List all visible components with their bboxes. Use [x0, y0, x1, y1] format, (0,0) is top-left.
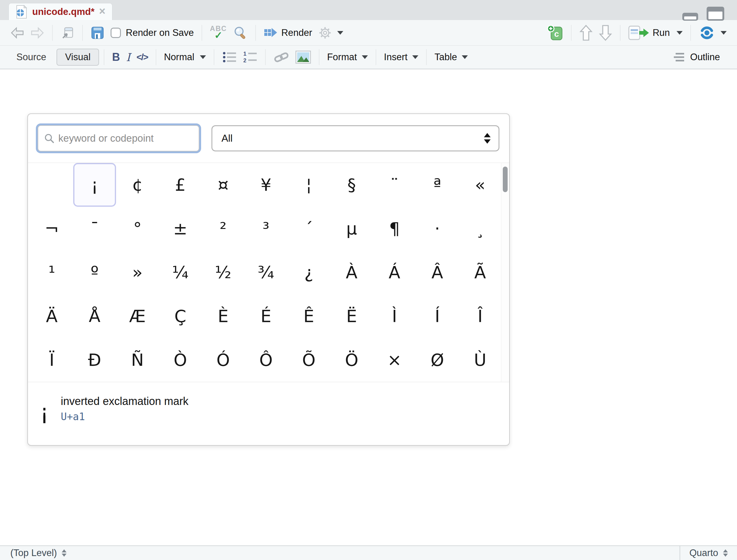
- insert-menu[interactable]: Insert: [381, 47, 422, 67]
- char-cell[interactable]: »: [116, 251, 159, 294]
- char-cell[interactable]: Ë: [330, 294, 373, 338]
- char-cell[interactable]: ½: [202, 251, 245, 294]
- char-cell[interactable]: ¨: [373, 163, 416, 207]
- link-button[interactable]: [270, 47, 292, 67]
- grid-scrollbar[interactable]: [501, 163, 509, 382]
- char-cell[interactable]: º: [73, 251, 116, 294]
- char-cell[interactable]: É: [245, 294, 288, 338]
- char-cell[interactable]: Á: [373, 251, 416, 294]
- symbol-category-select[interactable]: All: [212, 125, 499, 151]
- paragraph-style-label: Normal: [164, 52, 195, 63]
- open-new-window-button[interactable]: [57, 23, 78, 43]
- insert-symbol-dialog: All ¡¢£¤¥¦§¨ª«¬¯°±²³´µ¶·¸¹º»¼½¾¿ÀÁÂÃÄÅÆÇ…: [27, 113, 510, 446]
- char-cell[interactable]: ¸: [459, 207, 501, 251]
- source-mode-button[interactable]: Source: [10, 49, 52, 65]
- char-cell[interactable]: ±: [159, 207, 202, 251]
- symbol-preview: ¡ inverted exclamation mark U+a1: [28, 382, 509, 425]
- char-cell[interactable]: ¢: [116, 163, 159, 207]
- source-document-button[interactable]: [696, 23, 730, 43]
- char-cell[interactable]: ²: [202, 207, 245, 251]
- bold-icon: B: [112, 51, 120, 64]
- scrollbar-thumb[interactable]: [503, 167, 508, 192]
- char-cell[interactable]: ¼: [159, 251, 202, 294]
- chevron-down-icon: [412, 55, 418, 59]
- char-cell[interactable]: Ï: [30, 338, 73, 382]
- char-cell[interactable]: ¹: [30, 251, 73, 294]
- char-cell[interactable]: ¯: [73, 207, 116, 251]
- char-cell[interactable]: Å: [73, 294, 116, 338]
- render-on-save-checkbox[interactable]: [111, 28, 121, 38]
- char-cell[interactable]: Ð: [73, 338, 116, 382]
- insert-chunk-button[interactable]: c: [544, 23, 566, 43]
- minimize-icon[interactable]: [682, 13, 698, 21]
- render-options-button[interactable]: [315, 23, 346, 43]
- char-cell[interactable]: È: [202, 294, 245, 338]
- char-cell[interactable]: ¿: [288, 251, 330, 294]
- outline-toggle[interactable]: Outline: [670, 47, 723, 67]
- next-chunk-button[interactable]: [596, 23, 615, 43]
- bullet-list-button[interactable]: [219, 47, 240, 67]
- char-cell[interactable]: ´: [288, 207, 330, 251]
- run-button[interactable]: Run: [625, 23, 686, 43]
- document-format-selector[interactable]: Quarto: [680, 546, 737, 560]
- maximize-icon[interactable]: [707, 7, 724, 21]
- char-cell[interactable]: ¦: [288, 163, 330, 207]
- char-cell[interactable]: Ä: [30, 294, 73, 338]
- find-replace-button[interactable]: [230, 23, 251, 43]
- char-cell[interactable]: Ì: [373, 294, 416, 338]
- numbered-list-button[interactable]: 1 2: [240, 47, 260, 67]
- render-button[interactable]: Render: [261, 23, 315, 43]
- char-cell[interactable]: Í: [416, 294, 459, 338]
- char-cell[interactable]: §: [330, 163, 373, 207]
- char-cell[interactable]: °: [116, 207, 159, 251]
- char-cell[interactable]: µ: [330, 207, 373, 251]
- italic-button[interactable]: I: [123, 47, 133, 67]
- char-cell[interactable]: ª: [416, 163, 459, 207]
- popup-window-icon: [60, 26, 74, 40]
- char-cell[interactable]: ¡: [73, 163, 116, 207]
- editor-canvas[interactable]: All ¡¢£¤¥¦§¨ª«¬¯°±²³´µ¶·¸¹º»¼½¾¿ÀÁÂÃÄÅÆÇ…: [0, 69, 737, 545]
- table-menu[interactable]: Table: [431, 47, 471, 67]
- forward-button[interactable]: [27, 23, 47, 43]
- char-cell[interactable]: Â: [416, 251, 459, 294]
- char-cell[interactable]: ×: [373, 338, 416, 382]
- visual-mode-button[interactable]: Visual: [57, 49, 99, 66]
- char-cell[interactable]: ¾: [245, 251, 288, 294]
- scope-selector[interactable]: (Top Level): [0, 546, 680, 560]
- save-button[interactable]: [88, 23, 108, 43]
- char-cell[interactable]: ¥: [245, 163, 288, 207]
- tab-close-icon[interactable]: ×: [99, 6, 105, 17]
- char-cell[interactable]: Ô: [245, 338, 288, 382]
- char-cell[interactable]: Æ: [116, 294, 159, 338]
- char-cell[interactable]: Ó: [202, 338, 245, 382]
- paragraph-style-dropdown[interactable]: Normal: [161, 47, 209, 67]
- char-cell[interactable]: Ñ: [116, 338, 159, 382]
- bold-button[interactable]: B: [109, 47, 123, 67]
- spellcheck-button[interactable]: ABC✓: [207, 23, 230, 43]
- char-cell[interactable]: Ù: [459, 338, 501, 382]
- char-cell[interactable]: Ö: [330, 338, 373, 382]
- back-button[interactable]: [7, 23, 27, 43]
- char-cell[interactable]: ¤: [202, 163, 245, 207]
- symbol-search-input[interactable]: [58, 133, 193, 144]
- code-button[interactable]: </>: [133, 47, 151, 67]
- char-cell[interactable]: ¬: [30, 207, 73, 251]
- editor-tab[interactable]: unicode.qmd* ×: [9, 3, 112, 20]
- char-cell[interactable]: ·: [416, 207, 459, 251]
- char-cell[interactable]: Ç: [159, 294, 202, 338]
- char-cell[interactable]: Ø: [416, 338, 459, 382]
- char-cell[interactable]: À: [330, 251, 373, 294]
- status-bar: (Top Level) Quarto: [0, 545, 737, 560]
- char-cell[interactable]: Ò: [159, 338, 202, 382]
- previous-chunk-button[interactable]: [576, 23, 596, 43]
- char-cell[interactable]: Î: [459, 294, 501, 338]
- image-button[interactable]: [292, 47, 314, 67]
- char-cell[interactable]: ³: [245, 207, 288, 251]
- format-menu[interactable]: Format: [324, 47, 371, 67]
- char-cell[interactable]: £: [159, 163, 202, 207]
- char-cell[interactable]: Õ: [288, 338, 330, 382]
- char-cell[interactable]: «: [459, 163, 501, 207]
- char-cell[interactable]: Ê: [288, 294, 330, 338]
- char-cell[interactable]: ¶: [373, 207, 416, 251]
- char-cell[interactable]: Ã: [459, 251, 501, 294]
